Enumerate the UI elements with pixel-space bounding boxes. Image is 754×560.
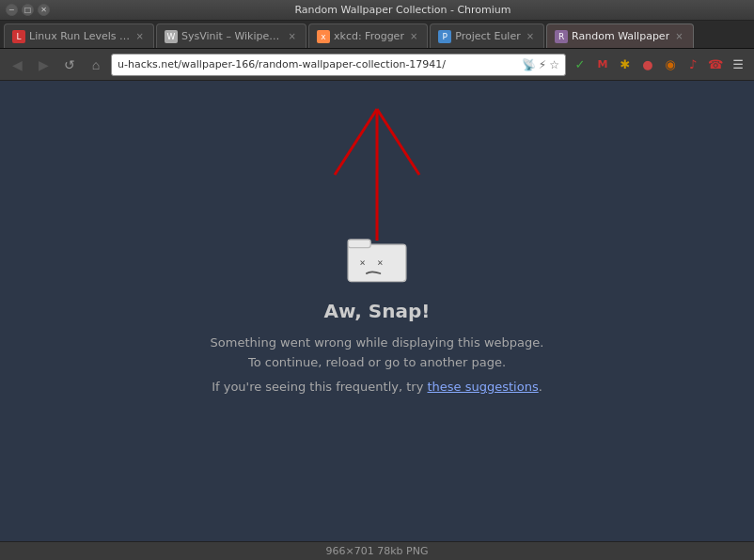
tab-xkcd-label: xkcd: Frogger [334,30,404,42]
address-text: u-hacks.net/wallpaper-166/random-wallpap… [118,58,518,70]
title-bar: ─ □ ✕ Random Wallpaper Collection - Chro… [0,0,754,21]
tab-wiki[interactable]: WSysVinit – Wikipedia× [156,23,306,48]
tab-random-label: Random Wallpaper [572,30,669,42]
tab-wiki-label: SysVinit – Wikipedia [181,30,283,42]
tab-bar: LLinux Run Levels (P...×WSysVinit – Wiki… [0,21,754,49]
tab-random[interactable]: RRandom Wallpaper× [546,23,693,48]
back-button[interactable]: ◀ [6,54,28,76]
tab-euler[interactable]: PProject Euler× [430,23,544,48]
nav-bar: ◀ ▶ ↺ ⌂ u-hacks.net/wallpaper-166/random… [0,49,754,81]
minimize-button[interactable]: ─ [6,4,18,16]
tab-xkcd-close[interactable]: × [408,30,419,42]
music-icon[interactable]: ♪ [683,54,703,75]
address-bar[interactable]: u-hacks.net/wallpaper-166/random-wallpap… [111,54,566,76]
browser-content: × × Aw, Snap! Something went wrong while… [0,81,754,541]
forward-button[interactable]: ▶ [32,54,55,76]
circle-icon[interactable]: ● [637,54,658,75]
home-button[interactable]: ⌂ [85,54,107,76]
tab-euler-close[interactable]: × [525,30,536,42]
sad-folder-icon: × × [344,228,410,285]
tab-xkcd[interactable]: xxkcd: Frogger× [308,23,428,48]
suggestion-suffix: . [539,380,542,394]
tab-random-close[interactable]: × [673,30,684,42]
status-bar: 966×701 78kb PNG [0,541,754,560]
tab-linux-close[interactable]: × [134,30,146,42]
tab-linux-favicon: L [12,30,25,43]
suggestion-link[interactable]: these suggestions [428,380,539,394]
star-ext-icon[interactable]: ✱ [615,54,636,75]
toolbar-extensions: ✓ M ✱ ● ◉ ♪ ☎ ☰ [570,54,748,75]
window-controls[interactable]: ─ □ ✕ [6,4,50,16]
tab-wiki-favicon: W [165,30,178,43]
tab-linux-label: Linux Run Levels (P... [29,30,131,42]
flash-icon: ⚡ [539,58,546,71]
error-description: Something went wrong while displaying th… [211,334,544,373]
window-title: Random Wallpaper Collection - Chromium [57,4,748,16]
svg-text:×: × [377,257,383,268]
maximize-button[interactable]: □ [22,4,34,16]
tab-euler-label: Project Euler [455,30,520,42]
gear-icon[interactable]: ☰ [728,54,748,75]
arrow-annotation [283,81,471,250]
tab-xkcd-favicon: x [317,30,330,43]
star-icon[interactable]: ☆ [549,58,559,71]
check-icon[interactable]: ✓ [570,54,590,75]
svg-rect-4 [348,240,370,248]
close-button[interactable]: ✕ [38,4,50,16]
error-suggestion: If you're seeing this frequently, try th… [212,380,542,394]
tab-random-favicon: R [555,30,568,43]
address-icons: 📡 ⚡ ☆ [522,58,559,71]
gmail-icon[interactable]: M [592,54,613,75]
reload-button[interactable]: ↺ [58,54,81,76]
svg-line-1 [335,109,377,175]
tab-wiki-close[interactable]: × [287,30,298,42]
tab-euler-favicon: P [438,30,451,43]
tab-linux[interactable]: LLinux Run Levels (P...× [4,23,154,48]
rss-icon: 📡 [522,58,536,71]
svg-text:×: × [359,257,365,268]
phone-icon[interactable]: ☎ [705,54,726,75]
svg-line-2 [377,109,419,175]
suggestion-prefix: If you're seeing this frequently, try [212,380,427,394]
error-title: Aw, Snap! [324,300,431,322]
status-text: 966×701 78kb PNG [326,545,429,557]
ring-icon[interactable]: ◉ [660,54,681,75]
